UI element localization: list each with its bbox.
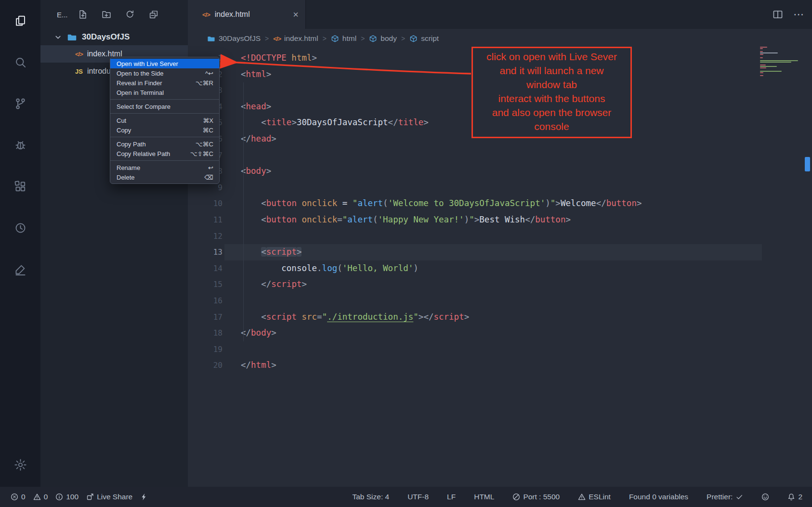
split-editor-icon[interactable] — [772, 9, 784, 20]
code-line-7[interactable]: 7 — [188, 147, 812, 164]
code-line-15[interactable]: 15 </script> — [188, 276, 812, 293]
collapse-all-icon[interactable] — [148, 9, 159, 20]
symbol-icon — [409, 35, 418, 43]
line-number: 16 — [188, 293, 223, 309]
status-port-5500[interactable]: Port : 5500 — [512, 493, 560, 501]
status-live-share[interactable]: Live Share — [86, 493, 132, 501]
breadcrumb-script[interactable]: script — [409, 34, 439, 43]
menu-item-select-for-compare[interactable]: Select for Compare — [110, 102, 219, 111]
menu-item-label: Copy Relative Path — [117, 150, 170, 157]
code-line-16[interactable]: 16 — [188, 293, 812, 309]
menu-separator — [110, 160, 219, 161]
menu-item-shortcut: ^↩ — [205, 70, 213, 77]
activity-settings[interactable] — [0, 451, 40, 478]
bolt-icon — [140, 493, 148, 501]
activity-review[interactable] — [0, 248, 40, 290]
menu-item-copy-path[interactable]: Copy Path⌥⌘C — [110, 139, 219, 149]
source-control-icon — [13, 97, 27, 111]
new-folder-icon[interactable] — [101, 9, 112, 20]
settings-icon — [13, 458, 27, 472]
scrollbar-marker[interactable] — [805, 157, 810, 171]
close-icon[interactable]: × — [293, 10, 299, 19]
code-line-13[interactable]: 13 <script> — [188, 244, 812, 260]
folder-icon — [67, 32, 77, 42]
line-number: 18 — [188, 325, 223, 341]
code-line-12[interactable]: 12 — [188, 228, 812, 245]
activity-extensions[interactable] — [0, 166, 40, 207]
menu-item-label: Copy — [117, 127, 131, 134]
status-label: 0 — [21, 493, 26, 501]
folder-icon — [207, 35, 215, 43]
status-smiley[interactable] — [761, 493, 769, 501]
tab-index-html[interactable]: </> index.html × — [188, 0, 306, 29]
menu-item-shortcut: ⌘C — [203, 127, 213, 134]
menu-item-rename[interactable]: Rename↩ — [110, 163, 219, 172]
menu-item-open-to-the-side[interactable]: Open to the Side^↩ — [110, 68, 219, 78]
breadcrumb-30DaysOfJS[interactable]: 30DaysOfJS — [207, 34, 261, 43]
breadcrumb-index-html[interactable]: </>index.html — [273, 34, 318, 43]
status-bar-left: 00100Live Share — [11, 493, 148, 501]
chevron-down-icon — [54, 33, 62, 41]
folder-row-30daysofjs[interactable]: 30DaysOfJS — [40, 29, 188, 45]
activity-source-control[interactable] — [0, 83, 40, 124]
menu-item-open-with-live-server[interactable]: Open with Live Server — [110, 59, 219, 68]
code-line-17[interactable]: 17 <script src="./introduction.js"></scr… — [188, 309, 812, 325]
minimap[interactable] — [760, 47, 804, 77]
status-eslint[interactable]: ESLint — [578, 493, 611, 501]
menu-separator — [110, 99, 219, 100]
activity-bar-bottom — [0, 451, 40, 478]
status-0[interactable]: 0 — [33, 493, 48, 501]
breadcrumb-body[interactable]: body — [369, 34, 397, 43]
status-tab-size-4[interactable]: Tab Size: 4 — [352, 493, 389, 501]
status-bolt[interactable] — [140, 493, 148, 501]
code-line-19[interactable]: 19 — [188, 341, 812, 358]
menu-item-label: Reveal in Finder — [117, 79, 162, 87]
breadcrumb-label: script — [421, 34, 439, 43]
code-line-8[interactable]: 8<body> — [188, 163, 812, 180]
menu-item-copy-relative-path[interactable]: Copy Relative Path⌥⇧⌘C — [110, 149, 219, 158]
more-actions-icon[interactable]: ⋯ — [793, 8, 804, 21]
line-number: 20 — [188, 357, 223, 374]
breadcrumb-html[interactable]: html — [331, 34, 356, 43]
sidebar-actions — [78, 9, 159, 20]
activity-search[interactable] — [0, 41, 40, 83]
code-line-10[interactable]: 10 <button onclick = "alert('Welcome to … — [188, 195, 812, 212]
line-number: 10 — [188, 195, 223, 212]
code-line-18[interactable]: 18</body> — [188, 325, 812, 341]
menu-item-shortcut: ↩ — [208, 164, 213, 171]
extensions-icon — [13, 180, 27, 194]
status-html[interactable]: HTML — [474, 493, 494, 501]
menu-item-delete[interactable]: Delete⌫ — [110, 172, 219, 182]
activity-run-debug[interactable] — [0, 124, 40, 166]
code-line-11[interactable]: 11 <button onclick="alert('Happy New Yea… — [188, 212, 812, 228]
menu-item-shortcut: ⌥⇧⌘C — [190, 150, 213, 157]
code-line-9[interactable]: 9 — [188, 180, 812, 196]
status-prettier-[interactable]: Prettier: — [707, 493, 743, 501]
line-number: 19 — [188, 341, 223, 358]
activity-history[interactable] — [0, 207, 40, 248]
status-100[interactable]: 100 — [55, 493, 79, 501]
run-debug-icon — [13, 138, 27, 152]
menu-item-cut[interactable]: Cut⌘X — [110, 116, 219, 125]
status-label: 100 — [66, 493, 79, 501]
refresh-icon[interactable] — [125, 9, 135, 20]
activity-explorer[interactable] — [0, 0, 40, 41]
warning-icon — [578, 493, 586, 501]
menu-item-label: Open with Live Server — [117, 60, 178, 67]
breadcrumb: 30DaysOfJS></>index.html>html>body>scrip… — [188, 29, 812, 48]
status-lf[interactable]: LF — [447, 493, 456, 501]
new-file-icon[interactable] — [78, 9, 88, 20]
menu-item-open-in-terminal[interactable]: Open in Terminal — [110, 88, 219, 97]
error-icon — [11, 493, 18, 501]
status-0[interactable]: 0 — [11, 493, 26, 501]
status-2[interactable]: 2 — [787, 493, 802, 501]
annotation-line: and also open the browser — [473, 105, 630, 119]
code-line-14[interactable]: 14 console.log('Hello, World') — [188, 260, 812, 277]
status-found-0-variables[interactable]: Found 0 variables — [629, 493, 688, 501]
menu-item-copy[interactable]: Copy⌘C — [110, 125, 219, 135]
status-label: Found 0 variables — [629, 493, 688, 501]
status-utf-8[interactable]: UTF-8 — [407, 493, 429, 501]
code-line-20[interactable]: 20</html> — [188, 357, 812, 374]
menu-item-reveal-in-finder[interactable]: Reveal in Finder⌥⌘R — [110, 78, 219, 88]
status-label: Live Share — [97, 493, 132, 501]
